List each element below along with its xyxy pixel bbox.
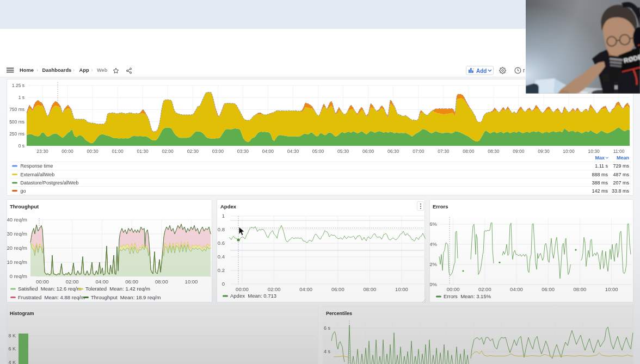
svg-text:06:00: 06:00 [541,286,555,292]
svg-text:06:00: 06:00 [362,149,374,154]
svg-text:00:00: 00:00 [36,279,49,285]
svg-text:10:00: 10:00 [605,286,618,292]
svg-text:07:00: 07:00 [413,149,424,154]
svg-text:1.11 s: 1.11 s [595,163,608,169]
svg-text:20 req/m: 20 req/m [7,245,27,251]
svg-text:08:00: 08:00 [463,149,475,154]
svg-text:10 req/m: 10 req/m [7,259,27,265]
svg-text:11:00: 11:00 [613,149,625,154]
svg-text:03:30: 03:30 [237,149,249,154]
svg-text:1.25 s: 1.25 s [12,83,24,88]
svg-text:10:00: 10:00 [185,279,198,285]
svg-text:04:30: 04:30 [287,149,299,154]
svg-text:06:00: 06:00 [331,286,344,292]
svg-text:06:30: 06:30 [387,149,399,154]
svg-text:06:00: 06:00 [125,279,138,285]
svg-text:Response time: Response time [21,163,53,169]
svg-text:6 K: 6 K [8,346,16,351]
svg-text:Mean: Mean [617,155,629,161]
svg-text:6%: 6% [430,221,438,227]
svg-text:0.6: 0.6 [218,240,225,246]
svg-text:External/allWeb: External/allWeb [21,172,55,177]
svg-text:1 s: 1 s [19,95,24,100]
svg-text:03:00: 03:00 [212,149,224,154]
svg-text:729 ms: 729 ms [613,163,629,169]
svg-text:2%: 2% [430,261,438,267]
svg-text:10:00: 10:00 [563,149,575,154]
svg-text:142 ms: 142 ms [592,188,608,194]
svg-text:07:30: 07:30 [438,149,450,154]
svg-text:00:30: 00:30 [87,149,99,154]
svg-text:08:30: 08:30 [488,149,500,154]
svg-text:30 req/m: 30 req/m [7,231,27,237]
svg-text:02:30: 02:30 [187,149,199,154]
svg-text:0.8: 0.8 [218,226,225,232]
svg-text:0.2: 0.2 [218,267,225,273]
svg-text:04:00: 04:00 [96,279,109,285]
svg-text:02:00: 02:00 [478,286,491,292]
svg-text:00:00: 00:00 [61,149,73,154]
svg-text:4%: 4% [430,241,438,247]
svg-text:Apdex Mean: 0.713: Apdex Mean: 0.713 [230,293,276,299]
svg-text:02:00: 02:00 [66,279,79,285]
svg-text:487 ms: 487 ms [613,172,629,177]
svg-text:0 req/m: 0 req/m [10,273,27,279]
svg-text:0: 0 [222,281,225,287]
svg-text:0.4: 0.4 [218,254,225,260]
svg-text:02:00: 02:00 [162,149,174,154]
svg-text:01:00: 01:00 [112,149,124,154]
svg-text:23:30: 23:30 [36,149,48,154]
svg-text:207 ms: 207 ms [613,180,629,186]
svg-text:888 ms: 888 ms [592,172,608,177]
svg-text:00:00: 00:00 [236,286,249,292]
svg-text:Max: Max [595,155,605,161]
svg-text:10:30: 10:30 [588,149,600,154]
svg-text:05:30: 05:30 [337,149,349,154]
svg-text:40 req/m: 40 req/m [7,217,27,223]
svg-text:4 s: 4 s [324,349,331,354]
svg-text:6 s: 6 s [324,325,331,331]
svg-text:4 K: 4 K [8,360,16,364]
svg-text:08:00: 08:00 [155,279,168,285]
svg-text:04:00: 04:00 [262,149,274,154]
svg-text:Satisfied Mean: 12.6 req/m: Satisfied Mean: 12.6 req/m [18,286,81,292]
svg-text:01:30: 01:30 [137,149,149,154]
svg-text:Throughput Mean: 18.9 req/m: Throughput Mean: 18.9 req/m [91,294,161,300]
svg-text:Tolerated Mean: 1.42 req/m: Tolerated Mean: 1.42 req/m [85,286,150,292]
svg-text:08:00: 08:00 [364,286,377,292]
svg-text:1: 1 [222,213,225,219]
svg-text:8 K: 8 K [8,333,16,338]
svg-text:02:00: 02:00 [268,286,281,292]
svg-text:0%: 0% [430,281,438,287]
svg-text:0 s: 0 s [19,143,24,149]
svg-text:09:00: 09:00 [513,149,525,154]
svg-text:09:30: 09:30 [538,149,550,154]
svg-text:388 ms: 388 ms [592,180,608,186]
svg-text:10:00: 10:00 [395,286,408,292]
svg-text:04:00: 04:00 [299,286,312,292]
svg-text:Datastore/Postgres/allWeb: Datastore/Postgres/allWeb [21,180,79,186]
svg-text:750 ms: 750 ms [9,107,24,112]
svg-text:go: go [21,188,26,194]
svg-text:05:00: 05:00 [312,149,324,154]
svg-text:Errors Mean: 3.15%: Errors Mean: 3.15% [444,293,491,299]
svg-text:250 ms: 250 ms [9,131,24,137]
svg-text:Frustrated Mean: 4.88 req/m: Frustrated Mean: 4.88 req/m [18,294,85,300]
svg-text:500 ms: 500 ms [9,119,24,125]
svg-text:04:00: 04:00 [510,286,523,292]
svg-text:33.8 ms: 33.8 ms [612,188,630,194]
svg-text:08:00: 08:00 [574,286,587,292]
svg-text:00:00: 00:00 [447,286,460,292]
